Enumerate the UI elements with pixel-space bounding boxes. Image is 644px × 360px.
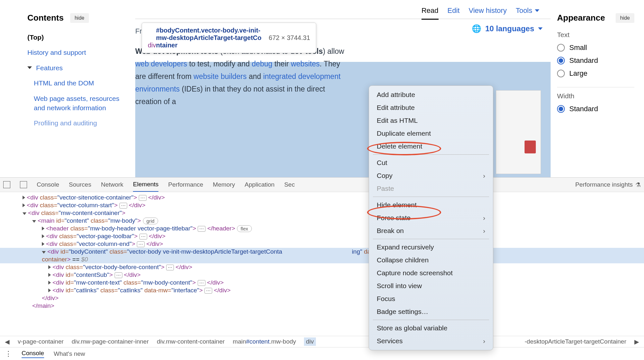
dt-tab-elements[interactable]: Elements	[133, 178, 158, 192]
cm-force-state[interactable]: Force state›	[369, 211, 493, 224]
page-thumbnail	[496, 90, 541, 174]
width-setting-label: Width	[557, 92, 634, 100]
chevron-down-icon	[535, 9, 539, 12]
tab-history[interactable]: View history	[469, 6, 507, 15]
text-setting-label: Text	[557, 31, 634, 39]
radio-standard[interactable]: Standard	[557, 56, 634, 65]
toc-assets[interactable]: Web page assets, resources and network i…	[34, 94, 126, 113]
language-selector[interactable]: 🌐 10 languages	[472, 24, 544, 33]
drawer-whatsnew[interactable]: What's new	[54, 350, 85, 357]
article-body: Web development tools (often abbreviated…	[135, 45, 345, 108]
breadcrumb-overflow-left[interactable]: ◀	[5, 338, 10, 345]
device-icon[interactable]	[20, 181, 27, 188]
dt-tab-application[interactable]: Application	[245, 178, 275, 191]
cm-duplicate[interactable]: Duplicate element	[369, 127, 493, 140]
dt-tab-console[interactable]: Console	[37, 178, 59, 191]
cm-delete[interactable]: Delete element	[369, 140, 493, 153]
dt-tab-sources[interactable]: Sources	[69, 178, 91, 191]
cm-focus[interactable]: Focus	[369, 292, 493, 305]
appearance-title: Appearance	[557, 13, 605, 23]
radio-width-standard[interactable]: Standard	[557, 105, 634, 113]
context-menu: Add attribute Edit attribute Edit as HTM…	[369, 85, 493, 350]
dt-tab-security[interactable]: Sec	[284, 178, 295, 191]
cm-add-attribute[interactable]: Add attribute	[369, 88, 493, 101]
inspect-icon[interactable]	[3, 181, 10, 188]
kebab-icon[interactable]: ⋮	[5, 350, 12, 358]
devtools-panel: Console Sources Network Elements Perform…	[0, 177, 644, 360]
radio-small[interactable]: Small	[557, 44, 634, 52]
dom-breadcrumb[interactable]: ◀ v-page-container div.mw-page-container…	[0, 336, 644, 347]
flask-icon: ⚗	[635, 181, 641, 189]
hide-contents-button[interactable]: hide	[70, 13, 89, 23]
toc-profiling[interactable]: Profiling and auditing	[34, 118, 126, 128]
cm-edit-attribute[interactable]: Edit attribute	[369, 101, 493, 114]
cm-cut[interactable]: Cut	[369, 156, 493, 169]
cm-hide[interactable]: Hide element	[369, 199, 493, 211]
chevron-down-icon	[538, 27, 543, 30]
link-websites[interactable]: websites	[291, 60, 319, 68]
drawer-console[interactable]: Console	[22, 350, 44, 358]
dt-tab-memory[interactable]: Memory	[213, 178, 235, 191]
performance-insights[interactable]: Performance insights ⚗	[575, 181, 641, 189]
cm-screenshot[interactable]: Capture node screenshot	[369, 267, 493, 279]
link-web-developers[interactable]: web developers	[135, 60, 187, 68]
radio-large[interactable]: Large	[557, 69, 634, 78]
toc-features[interactable]: Features	[27, 63, 126, 73]
toc-history[interactable]: History and support	[27, 48, 126, 57]
toc-html-dom[interactable]: HTML and the DOM	[34, 78, 126, 88]
dt-tab-performance[interactable]: Performance	[168, 178, 203, 191]
element-inspector-tooltip: div#bodyContent.vector-body.ve-init-mw-d…	[142, 23, 316, 53]
tab-read[interactable]: Read	[421, 6, 439, 20]
cm-scroll[interactable]: Scroll into view	[369, 279, 493, 292]
cm-break-on[interactable]: Break on›	[369, 224, 493, 237]
contents-title: Contents	[27, 13, 64, 23]
tab-edit[interactable]: Edit	[448, 6, 460, 15]
cm-copy[interactable]: Copy›	[369, 169, 493, 182]
tab-tools[interactable]: Tools	[516, 6, 541, 15]
dom-tree[interactable]: <div class="vector-sitenotice-container"…	[0, 192, 644, 336]
cm-badge[interactable]: Badge settings…	[369, 305, 493, 318]
breadcrumb-overflow-right[interactable]: ▶	[634, 338, 639, 345]
cm-edit-html[interactable]: Edit as HTML	[369, 114, 493, 127]
link-debug[interactable]: debug	[252, 60, 272, 68]
cm-services[interactable]: Services›	[369, 335, 493, 347]
translate-icon: 🌐	[472, 24, 481, 33]
chevron-down-icon	[27, 66, 32, 69]
dt-tab-network[interactable]: Network	[101, 178, 123, 191]
toc-top[interactable]: (Top)	[27, 33, 126, 42]
link-website-builders[interactable]: website builders	[194, 72, 247, 81]
thumbnail-image	[525, 141, 536, 153]
cm-paste: Paste	[369, 182, 493, 195]
cm-collapse[interactable]: Collapse children	[369, 254, 493, 267]
hide-appearance-button[interactable]: hide	[616, 13, 634, 23]
cm-expand[interactable]: Expand recursively	[369, 241, 493, 254]
cm-store-var[interactable]: Store as global variable	[369, 322, 493, 335]
